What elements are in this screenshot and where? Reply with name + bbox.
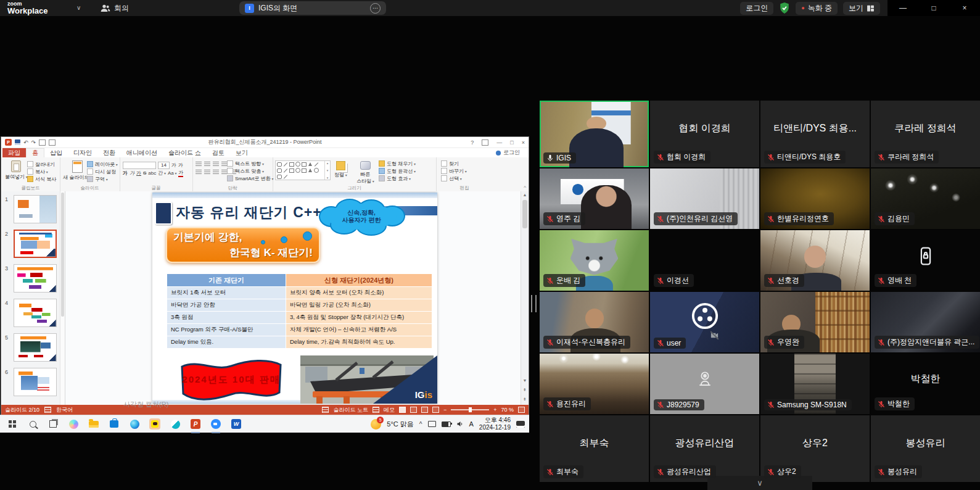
zoom-out-icon[interactable]: − bbox=[443, 407, 447, 413]
word-icon[interactable] bbox=[229, 417, 243, 431]
ppt-help-icon[interactable]: ? bbox=[471, 139, 474, 146]
participant-tile[interactable]: 최부숙최부숙 bbox=[540, 415, 649, 482]
notes-button[interactable]: 슬라이드 노트 bbox=[333, 406, 368, 414]
participant-tile[interactable]: 우영완 bbox=[760, 292, 870, 352]
shape-effects-button[interactable]: 도형 효과 bbox=[379, 175, 416, 182]
scroll-up-icon[interactable]: ▲ bbox=[521, 193, 529, 197]
thumbnail-preview[interactable] bbox=[14, 264, 57, 293]
menu-tab-파일[interactable]: 파일 bbox=[2, 148, 26, 157]
align-left-icon[interactable] bbox=[196, 170, 202, 175]
text-shadow-icon[interactable]: abc bbox=[148, 170, 156, 176]
replace-button[interactable]: 바꾸기 bbox=[441, 167, 467, 175]
copy-button[interactable]: 복사 bbox=[27, 168, 56, 175]
participant-tile[interactable]: IGIS bbox=[540, 101, 649, 167]
zoom-slider-handle[interactable] bbox=[469, 407, 472, 412]
participant-tile[interactable]: 쿠라레 정희석쿠라레 정희석 bbox=[871, 101, 980, 167]
slide-vertical-scrollbar[interactable]: ▲ ▼ ⇞ ⇟ bbox=[521, 191, 529, 405]
font-size-box[interactable]: 14 bbox=[158, 162, 170, 169]
fit-to-window-icon[interactable] bbox=[518, 407, 525, 413]
device-icon[interactable] bbox=[428, 421, 436, 427]
participant-tile[interactable]: 선호경 bbox=[760, 230, 870, 291]
shape-outline-button[interactable]: 도형 윤곽선 bbox=[379, 167, 416, 175]
participant-tile[interactable]: Samsung SM-S918N bbox=[760, 354, 870, 414]
normal-view-icon[interactable] bbox=[399, 407, 406, 413]
kakaotalk-icon[interactable] bbox=[148, 417, 162, 431]
text-direction-button[interactable]: 텍스트 방향 bbox=[227, 160, 273, 167]
task-view-icon[interactable] bbox=[46, 417, 60, 431]
bold-icon[interactable]: 가 bbox=[123, 170, 128, 176]
scroll-down-icon[interactable]: ▼ bbox=[521, 378, 529, 383]
ppt-login[interactable]: 로그인 bbox=[496, 149, 527, 157]
align-right-icon[interactable] bbox=[213, 170, 219, 175]
scrollbar-handle[interactable] bbox=[522, 200, 527, 228]
italic-icon[interactable]: 가 bbox=[130, 170, 134, 176]
touch-keyboard-icon[interactable] bbox=[516, 421, 525, 428]
align-center-icon[interactable] bbox=[204, 170, 210, 175]
previous-slide-icon[interactable]: ⇞ bbox=[521, 388, 529, 392]
quick-styles-button[interactable]: 빠른 스타일 bbox=[356, 161, 374, 185]
slide-canvas[interactable]: 자동 유리 재단기 C++ 신속,정확, 사용자가 편한 기본기에 강한, 한국… bbox=[152, 193, 437, 404]
save-icon[interactable] bbox=[15, 139, 20, 145]
layout-button[interactable]: 레이아웃 bbox=[87, 160, 118, 168]
slide-thumbnail-5[interactable]: 5 bbox=[1, 333, 65, 368]
find-button[interactable]: 찾기 bbox=[441, 160, 467, 167]
participant-tile[interactable]: 이재석-우신복층유리 bbox=[540, 292, 649, 352]
ppt-close-button[interactable]: × bbox=[522, 139, 525, 146]
zoom-level[interactable]: 70 % bbox=[501, 407, 514, 413]
bullets-icon[interactable] bbox=[196, 162, 202, 167]
paste-button[interactable]: 붙여넣기 bbox=[5, 160, 28, 180]
weather-text[interactable]: 5°C 맑음 bbox=[387, 420, 414, 429]
menu-tab-디자인[interactable]: 디자인 bbox=[68, 148, 97, 157]
recording-indicator[interactable]: ● 녹화 중 bbox=[796, 2, 838, 15]
select-button[interactable]: 선택 bbox=[441, 175, 467, 182]
ppt-minimize-button[interactable]: — bbox=[496, 139, 502, 146]
microsoft-store-icon[interactable] bbox=[107, 417, 121, 431]
participant-tile[interactable]: 티앤티/DYS 최용...티앤티/DYS 최용호 bbox=[760, 101, 870, 167]
menu-tab-보기[interactable]: 보기 bbox=[230, 148, 253, 157]
close-button[interactable]: × bbox=[949, 0, 980, 16]
taskbar-clock[interactable]: 오후 4:46 2024-12-19 bbox=[479, 417, 511, 431]
participant-tile[interactable]: 상우2상우2 bbox=[760, 415, 870, 482]
thumbnail-preview[interactable] bbox=[14, 368, 57, 396]
participant-tile[interactable]: user bbox=[650, 292, 759, 352]
ime-indicator[interactable]: A bbox=[469, 420, 474, 428]
redo-icon[interactable]: ↷ bbox=[31, 139, 36, 146]
participant-tile[interactable]: 광성유리산업광성유리산업 bbox=[650, 415, 759, 482]
thumbnail-preview[interactable] bbox=[14, 195, 57, 223]
zoom-app-icon[interactable] bbox=[209, 417, 223, 431]
shared-screen-tab[interactable]: I IGIS의 화면 ⋯ bbox=[239, 1, 386, 15]
participant-tile[interactable]: 한별유리정연호 bbox=[760, 168, 870, 229]
char-spacing-icon[interactable]: 간 bbox=[158, 170, 166, 176]
login-button[interactable]: 로그인 bbox=[740, 2, 773, 15]
cut-button[interactable]: 잘라내기 bbox=[27, 160, 56, 168]
ppt-restore-button[interactable]: □ bbox=[510, 139, 513, 146]
undo-icon[interactable]: ↶ bbox=[23, 139, 28, 146]
participant-tile[interactable]: 봉성유리봉성유리 bbox=[871, 415, 980, 482]
participant-tile[interactable]: 용진유리 bbox=[540, 354, 649, 414]
thumbnail-scrollbar[interactable] bbox=[60, 191, 65, 405]
menu-tab-슬라이드 쇼[interactable]: 슬라이드 쇼 bbox=[163, 148, 207, 157]
align-text-button[interactable]: 텍스트 맞춤 bbox=[227, 167, 273, 175]
menu-tab-전환[interactable]: 전환 bbox=[97, 148, 121, 157]
decrease-indent-icon[interactable] bbox=[213, 162, 219, 167]
whale-browser-icon[interactable] bbox=[168, 417, 182, 431]
participant-tile[interactable]: 영배 천 bbox=[871, 230, 980, 291]
edge-icon[interactable] bbox=[128, 417, 141, 431]
slide-sorter-view-icon[interactable] bbox=[410, 407, 417, 413]
participant-tile[interactable]: 협회 이경희협회 이경희 bbox=[650, 101, 759, 167]
font-color-icon[interactable]: 가 bbox=[178, 169, 183, 177]
slide-thumbnail-6[interactable]: 6 bbox=[1, 368, 65, 402]
zoom-in-icon[interactable]: + bbox=[493, 407, 496, 413]
strikethrough-icon[interactable]: S bbox=[143, 170, 146, 176]
tray-expand-icon[interactable]: ^ bbox=[419, 421, 422, 428]
slide-thumbnail-panel[interactable]: 123456 bbox=[1, 191, 65, 405]
view-button[interactable]: 보기 bbox=[843, 2, 880, 15]
shrink-font-icon[interactable]: 가 bbox=[178, 162, 183, 168]
slide-editing-area[interactable]: 자동 유리 재단기 C++ 신속,정확, 사용자가 편한 기본기에 강한, 한국… bbox=[65, 191, 529, 405]
participant-tile[interactable]: 박철한박철한 bbox=[871, 354, 980, 414]
menu-tab-애니메이션[interactable]: 애니메이션 bbox=[121, 148, 163, 157]
ribbon-display-icon[interactable] bbox=[482, 139, 488, 146]
search-icon[interactable] bbox=[26, 417, 39, 431]
reset-button[interactable]: 다시 설정 bbox=[87, 168, 118, 175]
participant-tile[interactable]: (주)정암지앤더블유 곽근... bbox=[871, 292, 980, 352]
